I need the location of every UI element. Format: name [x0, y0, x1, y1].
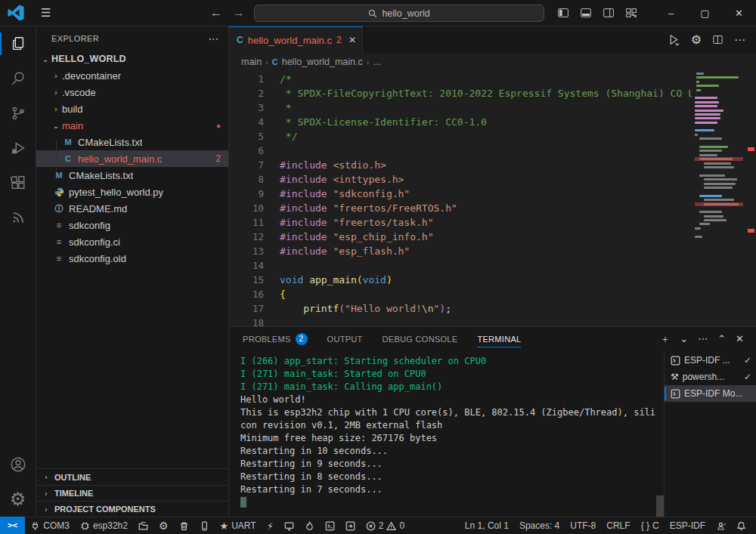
activity-search-icon[interactable] [0, 61, 36, 96]
code-line-16[interactable]: 16{ [229, 287, 756, 301]
code-line-13[interactable]: 13#include "esp_flash.h" [229, 244, 756, 258]
activity-extensions-icon[interactable] [0, 165, 36, 200]
status-notifications-item[interactable] [731, 517, 751, 534]
command-center-search[interactable]: hello_world [254, 5, 544, 22]
layout-sidebar-right-icon[interactable] [603, 7, 615, 19]
status-feedback-item[interactable] [711, 517, 731, 534]
code-line-6[interactable]: 6 [229, 144, 756, 158]
activity-espressif-icon[interactable] [0, 200, 36, 235]
tab-hello-world-main-c[interactable]: C hello_world_main.c 2 ✕ [229, 26, 363, 53]
status-cursor-position-item[interactable]: Ln 1, Col 1 [460, 517, 514, 534]
status-device-item[interactable] [194, 517, 215, 534]
status-folder-library-item[interactable] [133, 517, 153, 534]
activity-settings-icon[interactable]: ⚙ [0, 482, 36, 517]
status-zap-item[interactable]: ⚡ [262, 517, 279, 534]
back-icon[interactable]: ← [210, 6, 222, 20]
panel-tab-problems[interactable]: PROBLEMS2 [243, 327, 308, 350]
tree-item-sdkconfig[interactable]: ≡sdkconfig [36, 217, 228, 233]
terminal-instance-esp-idf-[interactable]: ESP-IDF ...✓ [665, 352, 756, 369]
new-terminal-icon[interactable]: ＋ [660, 332, 670, 346]
run-button[interactable] [668, 33, 680, 46]
tree-item-pytest-hello-world-py[interactable]: pytest_hello_world.py [36, 184, 228, 200]
tree-item-main[interactable]: ⌄main● [36, 117, 228, 134]
terminal-scrollbar-thumb[interactable] [656, 495, 664, 517]
section-timeline[interactable]: ›TIMELINE [36, 485, 228, 501]
activity-explorer-icon[interactable] [0, 26, 36, 61]
status-box-arrow-item[interactable] [340, 517, 361, 534]
layout-customize-icon[interactable] [625, 7, 637, 19]
status-gear-small-item[interactable]: ⚙ [153, 517, 174, 534]
minimize-button[interactable]: – [654, 0, 688, 26]
activity-source-control-icon[interactable] [0, 96, 36, 131]
code-line-8[interactable]: 8#include <inttypes.h> [229, 172, 756, 187]
section-project-components[interactable]: ›PROJECT COMPONENTS [36, 501, 228, 517]
status-esp-idf-item[interactable]: ESP-IDF [665, 517, 711, 534]
minimap[interactable] [692, 70, 745, 258]
terminal-instance-esp-idf-mo-[interactable]: ESP-IDF Mo... [665, 385, 756, 402]
tab-close-icon[interactable]: ✕ [349, 35, 356, 45]
code-line-18[interactable]: 18 [229, 316, 756, 326]
status-com3-item[interactable]: COM3 [25, 517, 75, 534]
breadcrumb[interactable]: main › C hello_world_main.c › ... [229, 53, 756, 70]
status-uart-item[interactable]: ★UART [215, 517, 262, 534]
code-line-15[interactable]: 15void app_main(void) [229, 273, 756, 287]
more-actions-icon[interactable]: ⋯ [698, 333, 708, 344]
split-editor-icon[interactable] [712, 34, 723, 45]
tree-item--vscode[interactable]: ›.vscode [36, 84, 228, 100]
tree-root-hello-world[interactable]: ⌄HELLO_WORLD [36, 51, 228, 67]
code-line-3[interactable]: 3 * [229, 100, 756, 115]
breadcrumb-folder[interactable]: main [241, 57, 262, 67]
panel-tab-debug-console[interactable]: DEBUG CONSOLE [383, 327, 458, 350]
tree-item--devcontainer[interactable]: ›.devcontainer [36, 67, 228, 84]
status-esp32h2-item[interactable]: esp32h2 [75, 517, 133, 534]
tree-item-cmakelists-txt[interactable]: MCMakeLists.txt [36, 167, 228, 184]
menu-icon[interactable]: ☰ [33, 6, 58, 20]
tree-item-build[interactable]: ›build [36, 100, 228, 117]
status-trash-item[interactable] [174, 517, 194, 534]
terminal-dropdown-icon[interactable]: ⌄ [680, 333, 688, 344]
layout-panel-icon[interactable] [580, 7, 592, 19]
remote-indicator[interactable]: >< [0, 517, 25, 534]
code-line-12[interactable]: 12#include "esp_chip_info.h" [229, 230, 756, 244]
status-terminal-box-item[interactable] [320, 517, 340, 534]
panel-tab-output[interactable]: OUTPUT [327, 327, 363, 350]
tree-item-sdkconfig-ci[interactable]: ≡sdkconfig.ci [36, 233, 228, 250]
code-editor[interactable]: 1/*2 * SPDX-FileCopyrightText: 2010-2022… [229, 70, 756, 326]
more-actions-icon[interactable]: ⋯ [734, 34, 745, 45]
activity-accounts-icon[interactable] [0, 447, 36, 482]
breadcrumb-file[interactable]: hello_world_main.c [282, 57, 363, 67]
explorer-more-icon[interactable]: ⋯ [209, 32, 219, 45]
code-line-10[interactable]: 10#include "freertos/FreeRTOS.h" [229, 201, 756, 215]
terminal-instance-powersh-[interactable]: ⚒powersh...✓ [665, 369, 756, 385]
code-line-4[interactable]: 4 * SPDX-License-Identifier: CC0-1.0 [229, 115, 756, 129]
status-monitor-item[interactable] [279, 517, 299, 534]
section-outline[interactable]: ›OUTLINE [36, 469, 228, 485]
breadcrumb-more[interactable]: ... [373, 57, 380, 67]
maximize-button[interactable]: ▢ [688, 0, 722, 26]
status-encoding-item[interactable]: UTF-8 [565, 517, 601, 534]
layout-sidebar-left-icon[interactable] [557, 7, 569, 19]
code-line-7[interactable]: 7#include <stdio.h> [229, 158, 756, 172]
close-button[interactable]: ✕ [722, 0, 756, 26]
tree-item-readme-md[interactable]: ⓘREADME.md [36, 200, 228, 217]
code-line-9[interactable]: 9#include "sdkconfig.h" [229, 187, 756, 201]
code-line-2[interactable]: 2 * SPDX-FileCopyrightText: 2010-2022 Es… [229, 86, 756, 100]
status-eol-item[interactable]: CRLF [601, 517, 635, 534]
maximize-panel-icon[interactable]: ⌃ [717, 333, 726, 344]
code-line-17[interactable]: 17 printf("Hello world!\n"); [229, 301, 756, 316]
code-line-5[interactable]: 5 */ [229, 129, 756, 144]
terminal-output[interactable]: I (266) app_start: Starting scheduler on… [229, 350, 656, 517]
status-problems-item[interactable]: 20 [361, 517, 410, 534]
tree-item-cmakelists-txt[interactable]: MCMakeLists.txt [36, 134, 228, 150]
status-flame-item[interactable] [299, 517, 320, 534]
close-panel-icon[interactable]: ✕ [736, 333, 744, 344]
forward-icon[interactable]: → [233, 6, 245, 20]
settings-gear-icon[interactable]: ⚙ [691, 34, 702, 46]
code-line-14[interactable]: 14 [229, 258, 756, 273]
activity-run-debug-icon[interactable] [0, 131, 36, 165]
code-line-1[interactable]: 1/* [229, 72, 756, 86]
code-line-11[interactable]: 11#include "freertos/task.h" [229, 215, 756, 230]
tree-item-sdkconfig-old[interactable]: ≡sdkconfig.old [36, 250, 228, 267]
status-language-mode-item[interactable]: { }C [636, 517, 665, 534]
panel-tab-terminal[interactable]: TERMINAL [477, 327, 521, 350]
